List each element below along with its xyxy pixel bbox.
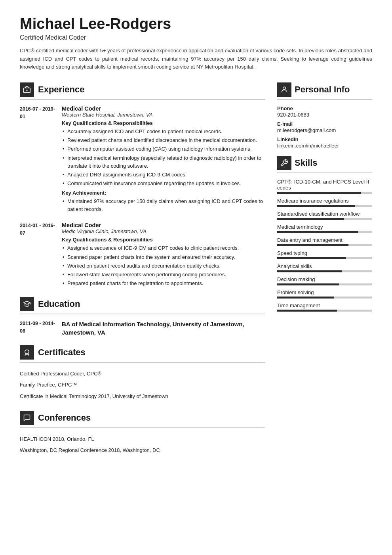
job-1-bullets: Accurately assigned ICD and CPT codes to… [62, 128, 265, 188]
phone-value: 920-201-0683 [277, 112, 372, 118]
experience-icon [20, 82, 34, 97]
right-column: Personal Info Phone 920-201-0683 E-mail … [277, 82, 372, 456]
conferences-list: HEALTHCON 2018, Orlando, FL Washington, … [20, 434, 265, 456]
skills-list: CPT®, ICD-10-CM, and HCPCS Level II code… [277, 179, 372, 312]
bullet: Worked on patient record audits and docu… [62, 262, 265, 270]
skill-item-0: CPT®, ICD-10-CM, and HCPCS Level II code… [277, 179, 372, 194]
skill-name-6: Analytical skills [277, 263, 372, 269]
conferences-title: Conferences [38, 413, 91, 423]
job-2-dates: 2014-01 - 2016-07 [20, 222, 55, 288]
education-section-header: Education [20, 297, 265, 314]
skill-item-7: Decision making [277, 276, 372, 285]
resume-container: Michael Lee-Rodgers Certified Medical Co… [0, 0, 392, 555]
skill-name-9: Time management [277, 302, 372, 308]
job-2-qualifications-heading: Key Qualifications & Responsibilities [62, 237, 265, 243]
bullet: Communicated with insurance companies re… [62, 180, 265, 188]
bullet: Accurately assigned ICD and CPT codes to… [62, 128, 265, 136]
skill-bar-bg-5 [277, 257, 372, 259]
personal-info-block: Phone 920-201-0683 E-mail m.leerodgers@g… [277, 105, 372, 149]
skill-bar-fill-0 [277, 192, 361, 194]
edu-1-degree: BA of Medical Information Technology, Un… [62, 320, 265, 337]
education-title: Education [38, 299, 80, 309]
svg-point-6 [283, 87, 286, 90]
bullet: Performed computer assisted coding (CAC)… [62, 145, 265, 153]
conference-item-2: Washington, DC Regional Conference 2018,… [20, 445, 265, 456]
candidate-subtitle: Certified Medical Coder [20, 34, 372, 41]
skill-name-8: Problem solving [277, 289, 372, 295]
job-2-title: Medical Coder [62, 222, 265, 228]
edu-entry-1: 2011-09 - 2014-06 BA of Medical Informat… [20, 320, 265, 337]
skill-bar-bg-0 [277, 192, 372, 194]
skill-item-9: Time management [277, 302, 372, 312]
job-1-qualifications-heading: Key Qualifications & Responsibilities [62, 120, 265, 126]
job-1-title: Medical Coder [62, 105, 265, 112]
skill-item-4: Data entry and management [277, 237, 372, 246]
skill-name-0: CPT®, ICD-10-CM, and HCPCS Level II code… [277, 179, 372, 191]
skill-bar-bg-7 [277, 283, 372, 285]
certificates-section-header: Certificates [20, 345, 265, 363]
conferences-section-header: Conferences [20, 411, 265, 428]
skill-item-8: Problem solving [277, 289, 372, 299]
job-1-achievement-heading: Key Achievement: [62, 190, 265, 196]
personal-info-section-header: Personal Info [277, 82, 372, 100]
skills-title: Skills [295, 158, 317, 168]
skill-bar-bg-1 [277, 205, 372, 207]
skill-name-3: Medical terminology [277, 224, 372, 230]
candidate-name: Michael Lee-Rodgers [20, 16, 372, 33]
conference-item-1: HEALTHCON 2018, Orlando, FL [20, 434, 265, 445]
linkedin-label: LinkedIn [277, 136, 372, 142]
skill-name-5: Speed typing [277, 250, 372, 256]
skill-item-5: Speed typing [277, 250, 372, 259]
certificate-item-3: Certificate in Medical Terminology 2017,… [20, 391, 265, 402]
job-1-dates: 2016-07 - 2019-01 [20, 105, 55, 213]
job-2-content: Medical Coder Medic Virginia Clinic, Jam… [62, 222, 265, 288]
conferences-icon [20, 411, 34, 425]
skills-icon [277, 156, 291, 170]
skill-item-6: Analytical skills [277, 263, 372, 272]
experience-title: Experience [38, 84, 84, 95]
education-icon [20, 297, 34, 311]
skill-bar-bg-2 [277, 218, 372, 220]
skill-item-1: Medicare insurance regulations [277, 198, 372, 207]
svg-point-5 [25, 350, 29, 354]
svg-marker-3 [24, 301, 30, 304]
job-1-content: Medical Coder Western State Hospital, Ja… [62, 105, 265, 213]
job-entry-2: 2014-01 - 2016-07 Medical Coder Medic Vi… [20, 222, 265, 288]
linkedin-value: linkedin.com/in/michaelleer [277, 143, 372, 149]
skill-item-3: Medical terminology [277, 224, 372, 233]
skill-bar-bg-6 [277, 270, 372, 272]
bullet: Scanned paper patient charts into the sy… [62, 253, 265, 261]
candidate-summary: CPC®-certified medical coder with 5+ yea… [20, 47, 372, 71]
skill-bar-fill-2 [277, 218, 344, 220]
job-1-company: Western State Hospital, Jamestown, VA [62, 112, 265, 118]
skill-bar-bg-4 [277, 244, 372, 246]
edu-1-dates: 2011-09 - 2014-06 [20, 320, 55, 337]
skill-bar-bg-9 [277, 310, 372, 312]
job-2-bullets: Assigned a sequence of ICD-9 CM and CPT … [62, 244, 265, 287]
skill-bar-fill-3 [277, 231, 358, 233]
job-1-achievement: Maintained 97% accuracy per 150 daily cl… [62, 197, 265, 213]
main-body: Experience 2016-07 - 2019-01 Medical Cod… [20, 82, 372, 456]
skill-bar-fill-4 [277, 244, 348, 246]
certificate-item-2: Family Practice, CFPC™ [20, 379, 265, 390]
skill-name-4: Data entry and management [277, 237, 372, 243]
skill-name-1: Medicare insurance regulations [277, 198, 372, 204]
phone-label: Phone [277, 105, 372, 111]
bullet: Assigned a sequence of ICD-9 CM and CPT … [62, 244, 265, 252]
skill-name-7: Decision making [277, 276, 372, 282]
email-label: E-mail [277, 121, 372, 127]
skill-bar-fill-8 [277, 297, 334, 299]
skill-bar-fill-9 [277, 310, 337, 312]
personal-info-icon [277, 82, 291, 97]
bullet: Reviewed patient charts and identified d… [62, 136, 265, 144]
job-entry-1: 2016-07 - 2019-01 Medical Coder Western … [20, 105, 265, 213]
bullet: Followed state law requirements when per… [62, 271, 265, 279]
certificates-list: Certified Professional Coder, CPC® Famil… [20, 368, 265, 402]
resume-header: Michael Lee-Rodgers Certified Medical Co… [20, 16, 372, 71]
skill-bar-fill-5 [277, 257, 346, 259]
skill-bar-fill-7 [277, 283, 339, 285]
certificate-item-1: Certified Professional Coder, CPC® [20, 368, 265, 379]
certificates-title: Certificates [38, 347, 86, 358]
bullet: Prepared patient charts for the registra… [62, 279, 265, 287]
skills-section-header: Skills [277, 156, 372, 173]
